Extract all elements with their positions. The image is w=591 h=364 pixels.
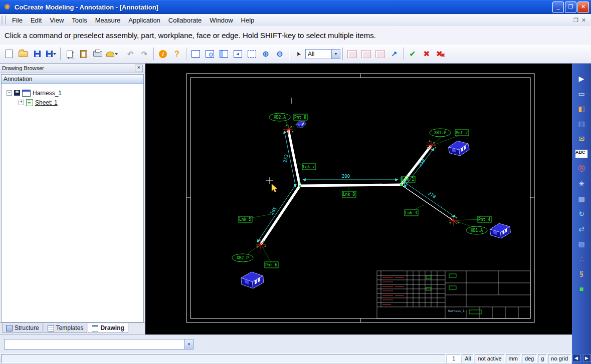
viewport-options-button[interactable] [245,48,258,61]
status-grid-toggle[interactable]: no grid [548,354,571,363]
drawing-canvas[interactable]: 200 253 250 278 265 [145,64,572,334]
select-scope-dropdown[interactable]: All ▾ [305,49,340,59]
title-bar[interactable]: ✺ CoCreate Modeling - Annotation - [Anno… [0,0,591,14]
label-pnt6[interactable]: Pnt 6 [265,262,278,268]
browser-close-button[interactable]: ✕ [135,65,143,72]
label-lnk1[interactable]: Lnk 1 [402,176,415,182]
zoom-out-button[interactable]: ⊖ [273,48,286,61]
templates-tab-icon [48,325,54,331]
play-button[interactable]: ▶ [575,73,588,85]
command-combobox[interactable]: ▾ [4,339,193,349]
fastener-tool-button[interactable]: ∴ [575,253,588,265]
label-lnk8[interactable]: Lnk 8 [342,191,356,197]
save-options-button[interactable] [45,48,58,61]
update-tool-button[interactable]: ↻ [575,208,588,220]
swap-tool-button[interactable]: ⇄ [575,223,588,235]
previous-view-button[interactable]: ◀ [231,48,244,61]
prev-toolbar-button[interactable]: ◀ [572,354,580,362]
copy-icon [67,51,73,58]
maximize-button[interactable]: ❐ [565,2,576,13]
status-active-state[interactable]: not active [475,354,504,363]
close-button[interactable]: ✕ [577,2,589,13]
screen-button[interactable]: ▭ [575,88,588,100]
status-units-angle[interactable]: deg [522,354,537,363]
status-units-length[interactable]: mm [506,354,521,363]
confirm-button[interactable]: ✔ [406,48,419,61]
close-pane-icon[interactable]: ✕ [581,17,586,24]
tree-root-label[interactable]: Harness_1 [33,90,62,97]
split-viewport-button[interactable] [217,48,230,61]
table-tool-button[interactable]: ▦ [575,193,588,205]
cancel-button[interactable]: ✖ [420,48,433,61]
label-lnk3[interactable]: Lnk 3 [405,210,418,216]
label-pnt4[interactable]: Pnt 4 [478,216,491,222]
datum-tool-button[interactable]: ✳ [575,178,588,190]
label-lnk7[interactable]: Lnk 7 [302,164,316,170]
dropdown-button[interactable]: ▾ [331,50,340,59]
next-toolbar-button[interactable]: ▶ [583,354,591,362]
float-pane-icon[interactable]: ❐ [573,17,578,24]
symbol-tool-button[interactable]: Ⓑ [575,163,588,175]
viewport-tool-button[interactable]: ◧ [575,103,588,115]
status-viewport-number[interactable]: 1 [447,354,461,363]
transform-button[interactable]: ↗ [387,48,401,61]
collapse-toggle[interactable]: − [7,90,12,96]
menu-help[interactable]: Help [237,15,259,26]
measure-button[interactable] [105,48,118,61]
tab-drawing[interactable]: Drawing [88,323,128,333]
new-viewport-button[interactable] [189,48,202,61]
select-button[interactable]: ➤ [292,48,305,61]
menu-file[interactable]: File [8,15,27,26]
status-units-mass[interactable]: g [538,354,547,363]
info-button[interactable]: i [156,48,169,61]
viewport[interactable]: 200 253 250 278 265 [145,64,572,334]
save-button[interactable] [31,48,44,61]
browser-header[interactable]: Annotation [1,74,144,84]
sheet-tool-button[interactable]: ▤ [575,118,588,130]
hatch-tool-button[interactable]: ▨ [575,238,588,250]
browser-tabs: Structure Templates Drawing [0,322,145,334]
label-lnk5[interactable]: Lnk 5 [239,216,252,222]
zoom-viewport-button[interactable] [203,48,216,61]
print-button[interactable] [91,48,104,61]
minimize-button[interactable]: _ [552,2,564,13]
browser-titlebar[interactable]: Drawing Browser ✕ [0,64,145,73]
undo-icon: ↶ [127,50,134,59]
command-combobox-dropdown[interactable]: ▾ [184,339,193,349]
grid-tool-button[interactable]: ■ [575,283,588,295]
redo-button[interactable]: ↷ [138,48,151,61]
expand-toggle[interactable]: + [19,100,24,105]
menu-window[interactable]: Window [206,15,237,26]
tree-row-sheet[interactable]: + Sheet: 1 [2,98,143,107]
text-tool-button[interactable]: ABC [575,148,588,160]
paste-button[interactable] [77,48,90,61]
menu-collaborate[interactable]: Collaborate [164,15,206,26]
junction-node[interactable] [400,184,402,186]
key-tool-button[interactable]: § [575,268,588,280]
undo-button[interactable]: ↶ [124,48,137,61]
toolbar-separator [121,48,121,60]
tab-structure[interactable]: Structure [2,323,43,333]
menu-grip[interactable] [2,16,6,25]
open-button[interactable] [17,48,30,61]
menu-edit[interactable]: Edit [27,15,46,26]
menu-view[interactable]: View [46,15,68,26]
update-icon: ↻ [578,210,584,218]
menu-tools[interactable]: Tools [68,15,91,26]
tree-row-harness[interactable]: − Harness_1 [2,88,143,98]
status-select-scope[interactable]: All [462,354,474,363]
new-file-button[interactable] [3,48,16,61]
mail-tool-button[interactable]: ✉ [575,133,588,145]
tree-sheet-label[interactable]: Sheet: 1 [35,99,58,106]
cancel-all-button[interactable]: ✖ ✖ [434,48,447,61]
copy-button[interactable] [63,48,76,61]
tab-templates[interactable]: Templates [44,323,88,333]
label-pnt2[interactable]: Pnt 2 [455,130,469,136]
menu-measure[interactable]: Measure [91,15,125,26]
zoom-in-button[interactable]: ⊕ [259,48,272,61]
label-pnt8[interactable]: Pnt 8 [294,114,307,120]
help-button[interactable]: ? [170,48,183,61]
table-icon: ▦ [578,195,584,203]
menu-application[interactable]: Application [124,15,164,26]
junction-node[interactable] [299,185,301,187]
